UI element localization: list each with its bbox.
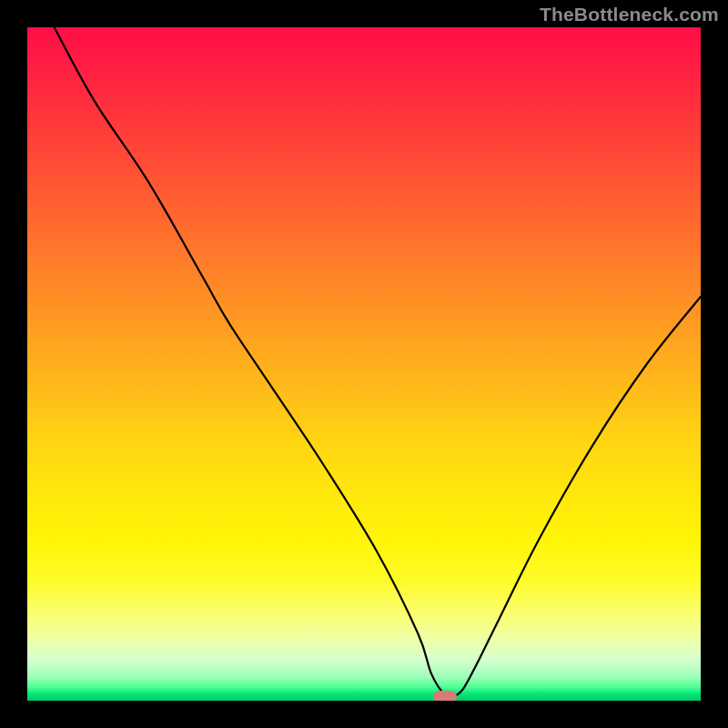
chart-frame: TheBottleneck.com bbox=[0, 0, 728, 728]
plot-area bbox=[27, 27, 701, 701]
bottleneck-curve bbox=[27, 27, 701, 701]
curve-path bbox=[55, 27, 701, 697]
watermark-label: TheBottleneck.com bbox=[540, 4, 719, 25]
optimal-point-marker bbox=[433, 691, 457, 701]
